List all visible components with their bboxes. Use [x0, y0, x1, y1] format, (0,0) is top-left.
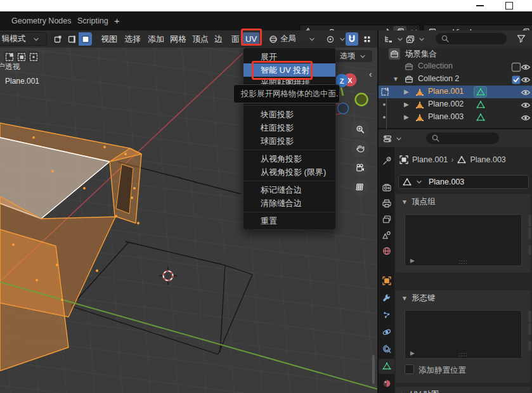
sidebar-collapse-arrow[interactable]: ‹	[369, 69, 372, 79]
expander-icon[interactable]: ▶	[404, 101, 409, 108]
properties-tab-scene[interactable]	[379, 228, 394, 243]
viewport-scrollbar[interactable]	[372, 355, 375, 384]
properties-search-input[interactable]	[426, 132, 499, 144]
mesh-data-icon[interactable]	[474, 112, 487, 123]
maximize-button[interactable]	[498, 0, 520, 11]
menu-3[interactable]: 网格	[167, 32, 189, 46]
menu-5[interactable]: 边	[212, 32, 225, 46]
outliner-item-label[interactable]: Plane.001	[428, 87, 464, 96]
mesh-name-field[interactable]: Plane.003	[398, 175, 529, 189]
options-dropdown[interactable]: 选项	[335, 50, 372, 62]
transform-orientation-dropdown[interactable]: 全局	[268, 32, 317, 46]
outliner-item-label[interactable]: Plane.002	[428, 100, 464, 108]
properties-tab-object[interactable]	[379, 273, 394, 288]
outliner-filter-button[interactable]	[516, 34, 526, 44]
vertex-select-button[interactable]	[51, 32, 64, 46]
edge-select-button[interactable]	[65, 32, 78, 46]
outliner-row[interactable]: 场景集合	[379, 48, 532, 60]
select-subtract-button[interactable]	[28, 51, 39, 62]
workspace-tab-scripting[interactable]: Scripting	[77, 11, 108, 30]
visibility-eye-icon[interactable]	[521, 75, 531, 85]
uv-menu-item[interactable]: 标记缝合边	[243, 183, 335, 196]
panel-header-shape-keys[interactable]: ▼ 形态键	[396, 290, 531, 306]
outliner-search-input[interactable]	[436, 33, 507, 44]
panel-header-vertex-groups[interactable]: ▼ 顶点组	[396, 194, 531, 209]
properties-tab-world[interactable]	[379, 243, 394, 259]
properties-editor-type-dropdown[interactable]	[382, 134, 404, 144]
menu-4[interactable]: 顶点	[190, 32, 211, 46]
remove-vertex-group-button[interactable]	[528, 228, 531, 239]
outliner-row[interactable]: ▼Collection 2	[379, 73, 532, 86]
properties-tab-view-layer[interactable]	[379, 212, 394, 227]
uv-menu-item[interactable]: 从视角投影 (限界)	[243, 165, 335, 179]
select-extend-button[interactable]	[16, 51, 27, 62]
gizmo-toggle-button[interactable]	[361, 32, 373, 46]
add-workspace-button[interactable]: +	[114, 11, 120, 30]
resize-grip[interactable]: ::::	[458, 351, 467, 358]
collection-checkbox[interactable]	[511, 62, 521, 72]
expander-icon[interactable]: ▶	[404, 113, 409, 120]
properties-tab-modifiers[interactable]	[379, 290, 394, 306]
uv-menu-item[interactable]: 从视角投影	[243, 152, 335, 165]
menu-6[interactable]: 面	[229, 32, 242, 46]
outliner-display-mode-dropdown[interactable]	[384, 34, 405, 44]
menu-1[interactable]: 选择	[122, 32, 143, 46]
outliner-item-label[interactable]: Collection	[418, 61, 453, 70]
vertex-group-specials-button[interactable]	[528, 245, 531, 255]
outliner-row[interactable]: ▶Plane.003	[379, 111, 532, 124]
select-set-button[interactable]	[4, 51, 15, 62]
vertex-groups-list[interactable]: ▶ ::::	[405, 214, 522, 266]
camera-view-button[interactable]	[351, 159, 369, 177]
remove-shape-key-button[interactable]	[528, 323, 531, 335]
outliner-item-label[interactable]: Plane.003	[428, 112, 464, 121]
uv-menu-item[interactable]: 球面投影	[243, 134, 335, 148]
outliner-item-label[interactable]: 场景集合	[405, 49, 437, 60]
add-vertex-group-button[interactable]	[528, 215, 531, 226]
properties-tab-particles[interactable]	[379, 307, 394, 323]
expand-icon[interactable]: ▶	[410, 257, 415, 264]
mesh-data-icon[interactable]	[474, 86, 487, 98]
breadcrumb-object[interactable]: Plane.001	[412, 155, 448, 164]
mesh-data-icon[interactable]	[474, 99, 487, 110]
expander-icon[interactable]: ▶	[404, 88, 409, 95]
outliner-row[interactable]: ▶Plane.002	[379, 98, 532, 111]
mode-dropdown[interactable]: 辑模式	[0, 32, 47, 46]
properties-tab-constraints[interactable]	[379, 342, 394, 357]
add-rest-position-checkbox[interactable]	[405, 364, 414, 374]
expand-icon[interactable]: ▶	[410, 350, 415, 356]
orthographic-toggle-button[interactable]	[351, 178, 369, 196]
visibility-eye-icon[interactable]	[521, 113, 531, 123]
visibility-eye-icon[interactable]	[521, 62, 531, 72]
zoom-button[interactable]	[351, 120, 369, 138]
uv-menu-item[interactable]: 柱面投影	[243, 121, 335, 134]
outliner-filter-type-dropdown[interactable]	[405, 34, 427, 44]
uv-menu-item[interactable]: 清除缝合边	[243, 196, 335, 210]
properties-tab-render[interactable]	[379, 180, 394, 195]
pivot-point-dropdown[interactable]	[325, 32, 347, 46]
panel-header-uv-maps[interactable]: ▶ UV 贴图	[396, 387, 531, 393]
properties-tab-material[interactable]	[379, 376, 394, 391]
pan-button[interactable]	[351, 139, 369, 157]
collection-checkbox[interactable]	[511, 75, 521, 85]
outliner-item-label[interactable]: Collection 2	[418, 74, 459, 83]
uv-menu-item[interactable]: 块面投影	[243, 108, 335, 121]
properties-tab-data[interactable]	[379, 359, 394, 374]
face-select-button[interactable]	[79, 32, 92, 46]
shape-keys-list[interactable]: ▶ ::::	[405, 310, 522, 359]
properties-tab-physics[interactable]	[379, 325, 394, 340]
visibility-eye-icon[interactable]	[521, 87, 531, 98]
expander-icon[interactable]: ▼	[393, 75, 399, 82]
visibility-eye-icon[interactable]	[521, 100, 531, 110]
add-shape-key-button[interactable]	[528, 311, 531, 322]
menu-2[interactable]: 添加	[145, 32, 167, 46]
uv-menu-item[interactable]: 重置	[243, 214, 335, 228]
properties-tab-tool[interactable]	[379, 153, 394, 169]
resize-grip[interactable]: ::::	[458, 259, 467, 265]
snap-toggle-button[interactable]	[346, 32, 358, 46]
workspace-tab-geometry-nodes[interactable]: Geometry Nodes	[11, 11, 71, 30]
breadcrumb-data[interactable]: Plane.003	[470, 155, 505, 164]
outliner-row[interactable]: ▶Plane.001	[379, 86, 532, 98]
shape-key-specials-button[interactable]	[528, 341, 531, 351]
minimize-button[interactable]	[469, 0, 491, 11]
properties-tab-output[interactable]	[379, 196, 394, 211]
